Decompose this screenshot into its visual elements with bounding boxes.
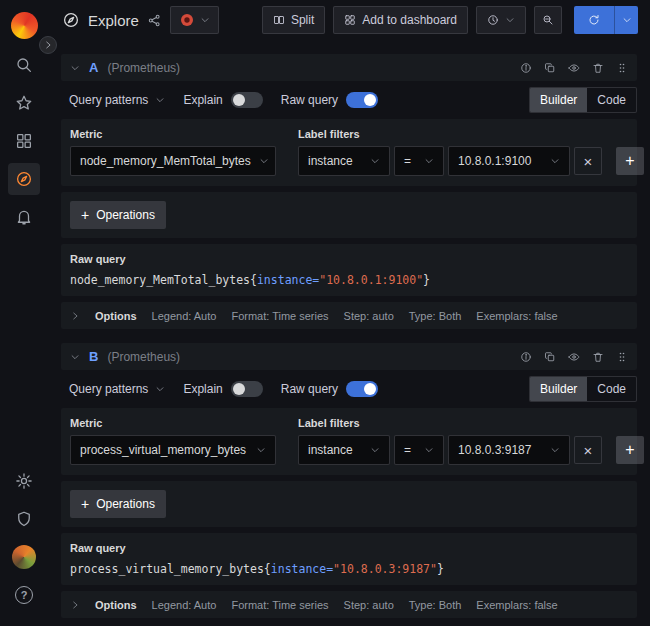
label-filters-label: Label filters [298,128,644,140]
apps-icon [15,132,33,150]
chevron-down-icon [259,156,269,166]
sidebar-item-alerting[interactable] [8,201,40,233]
collapse-query-button[interactable] [70,352,80,362]
raw-query-label: Raw query [281,93,338,107]
options-step: Step: auto [344,599,394,611]
sidebar-item-search[interactable] [8,49,40,81]
run-query-button[interactable] [574,6,614,34]
query-actions [520,62,628,74]
hide-query-button[interactable] [568,351,580,363]
explore-toolbar: Explore Split Add to dashboard [48,0,650,40]
sidebar-item-dashboards[interactable] [8,125,40,157]
datasource-picker[interactable] [170,6,219,34]
add-to-dashboard-label: Add to dashboard [362,13,457,27]
run-query-interval-dropdown[interactable] [614,6,638,34]
sidebar-expand-button[interactable] [39,36,57,54]
grafana-logo-icon [11,12,38,39]
query-help-button[interactable] [520,351,532,363]
filter-value-select[interactable]: 10.8.0.3:9187 [448,435,570,465]
hide-query-button[interactable] [568,62,580,74]
drag-query-handle[interactable] [616,351,628,363]
explain-toggle[interactable] [231,92,263,108]
chevron-down-icon [550,156,560,166]
query-ref-id[interactable]: A [89,60,98,75]
filter-operator-value: = [404,154,411,168]
code-mode-button[interactable]: Code [587,88,636,112]
chevron-down-icon [424,445,434,455]
trash-icon [592,351,604,363]
add-operation-button[interactable]: + Operations [70,490,166,518]
chevron-down-icon [424,156,434,166]
chevron-down-icon [256,445,266,455]
chevron-right-icon [70,311,80,321]
add-operation-button[interactable]: + Operations [70,201,166,229]
label-filter-row: instance = 10.8.0.3:9187 × [298,435,644,465]
share-shortlink-button[interactable] [147,13,162,28]
metric-select[interactable]: node_memory_MemTotal_bytes [70,146,276,176]
raw-query-toggle[interactable] [346,381,378,397]
options-title: Options [95,599,137,611]
chevron-down-icon [200,15,210,25]
query-options-collapsed-row[interactable]: Options Legend: Auto Format: Time series… [61,591,637,618]
duplicate-query-button[interactable] [544,62,556,74]
remove-filter-button[interactable]: × [574,436,602,464]
split-button[interactable]: Split [262,6,325,34]
time-range-picker[interactable] [476,6,526,34]
explain-label: Explain [183,93,222,107]
query-help-button[interactable] [520,62,532,74]
builder-mode-button[interactable]: Builder [530,88,587,112]
sidebar-item-help[interactable]: ? [8,579,40,611]
filter-operator-select[interactable]: = [394,146,444,176]
raw-query-label: Raw query [281,382,338,396]
query-header: A (Prometheus) [61,54,637,81]
sidebar-item-explore[interactable] [8,163,40,195]
copy-icon [544,62,556,74]
filter-label-select[interactable]: instance [298,435,390,465]
metric-value: node_memory_MemTotal_bytes [80,154,251,168]
code-value: "10.8.0.1:9100" [319,273,423,287]
remove-query-button[interactable] [592,62,604,74]
remove-query-button[interactable] [592,351,604,363]
query-patterns-dropdown[interactable]: Query patterns [69,93,165,107]
copy-icon [544,351,556,363]
drag-query-handle[interactable] [616,62,628,74]
raw-query-code: node_memory_MemTotal_bytes{instance="10.… [70,273,628,287]
code-mode-button[interactable]: Code [587,377,636,401]
sidebar-item-starred[interactable] [8,87,40,119]
shield-icon [15,510,33,528]
trash-icon [592,62,604,74]
filter-label-select[interactable]: instance [298,146,390,176]
label-filter-row: instance = 10.8.0.1:9100 × [298,146,644,176]
duplicate-query-button[interactable] [544,351,556,363]
options-format: Format: Time series [231,310,328,322]
query-patterns-dropdown[interactable]: Query patterns [69,382,165,396]
raw-query-block: Raw query node_memory_MemTotal_bytes{ins… [61,244,637,296]
prometheus-datasource-icon [179,12,195,28]
query-header: B (Prometheus) [61,343,637,370]
add-filter-button[interactable]: + [616,147,644,175]
metric-value: process_virtual_memory_bytes [80,443,246,457]
drag-handle-icon [616,351,628,363]
code-label: instance= [271,562,333,576]
refresh-icon [588,14,600,26]
add-to-dashboard-button[interactable]: Add to dashboard [333,6,468,34]
sidebar-item-profile[interactable] [8,541,40,573]
zoom-out-button[interactable] [534,6,562,34]
filter-operator-select[interactable]: = [394,435,444,465]
add-filter-button[interactable]: + [616,436,644,464]
collapse-query-button[interactable] [70,63,80,73]
builder-mode-button[interactable]: Builder [530,377,587,401]
query-options-collapsed-row[interactable]: Options Legend: Auto Format: Time series… [61,302,637,329]
filter-value-select[interactable]: 10.8.0.1:9100 [448,146,570,176]
raw-query-toggle[interactable] [346,92,378,108]
explore-content: A (Prometheus) Query patterns [48,40,650,626]
grafana-home-button[interactable] [8,11,40,43]
query-patterns-label: Query patterns [69,93,148,107]
sidebar-item-configuration[interactable] [8,465,40,497]
explain-toggle[interactable] [231,381,263,397]
metric-select[interactable]: process_virtual_memory_bytes [70,435,276,465]
sidebar-item-server-admin[interactable] [8,503,40,535]
remove-filter-button[interactable]: × [574,147,602,175]
query-ref-id[interactable]: B [89,349,98,364]
options-legend: Legend: Auto [152,599,217,611]
